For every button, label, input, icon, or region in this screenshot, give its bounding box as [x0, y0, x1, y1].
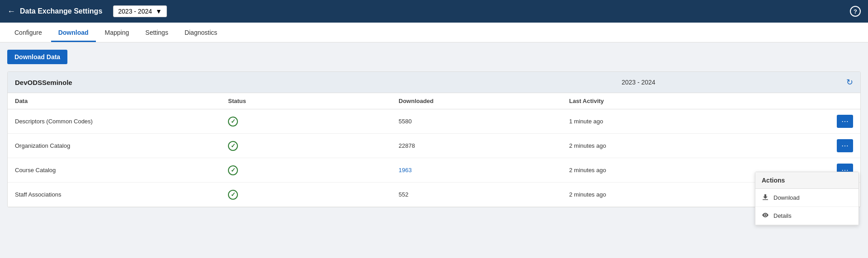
check-circle-icon: ✓: [228, 165, 238, 175]
check-circle-icon: ✓: [228, 141, 238, 151]
actions-dropdown: Actions Download Details: [755, 172, 859, 225]
row-actions-button[interactable]: ⋯: [837, 115, 853, 128]
content-area: Download Data DevODSSeminole 2023 - 2024…: [0, 42, 868, 258]
row-actions-button[interactable]: ⋯: [837, 139, 853, 152]
table-row: Course Catalog✓19632 minutes ago⋯: [8, 158, 860, 183]
col-header-activity: Last Activity: [562, 93, 775, 109]
chevron-down-icon: ▼: [156, 8, 162, 15]
nav-tabs: Configure Download Mapping Settings Diag…: [0, 23, 868, 42]
table-row: Descriptors (Common Codes)✓55801 minute …: [8, 109, 860, 134]
table-row: Organization Catalog✓228782 minutes ago⋯: [8, 134, 860, 158]
cell-activity: 2 minutes ago: [562, 134, 775, 158]
cell-downloaded: 1963: [391, 158, 562, 183]
refresh-button[interactable]: ↻: [846, 77, 853, 87]
check-circle-icon: ✓: [228, 117, 238, 127]
data-panel: DevODSSeminole 2023 - 2024 ↻ Data Status…: [7, 71, 861, 207]
tab-settings[interactable]: Settings: [138, 24, 175, 42]
tab-configure[interactable]: Configure: [7, 24, 49, 42]
cell-status: ✓: [221, 183, 391, 207]
panel-title: DevODSSeminole: [15, 79, 431, 86]
year-selector[interactable]: 2023 - 2024 ▼: [113, 5, 167, 17]
data-table: Data Status Downloaded Last Activity Des…: [8, 93, 860, 207]
eye-icon: [762, 211, 769, 220]
cell-downloaded: 5580: [391, 109, 562, 134]
cell-status: ✓: [221, 134, 391, 158]
download-data-button[interactable]: Download Data: [7, 50, 67, 64]
cell-data-name: Organization Catalog: [8, 134, 221, 158]
cell-data-name: Descriptors (Common Codes): [8, 109, 221, 134]
cell-activity: 2 minutes ago: [562, 158, 775, 183]
cell-status: ✓: [221, 109, 391, 134]
cell-activity: 1 minute ago: [562, 109, 775, 134]
actions-download-label: Download: [773, 194, 800, 201]
svg-rect-0: [763, 199, 768, 200]
table-row: Staff Associations✓5522 minutes ago⋯: [8, 183, 860, 207]
actions-download-item[interactable]: Download: [755, 189, 859, 207]
cell-downloaded: 552: [391, 183, 562, 207]
tab-diagnostics[interactable]: Diagnostics: [177, 24, 224, 42]
tab-download[interactable]: Download: [51, 24, 96, 42]
actions-details-label: Details: [773, 212, 792, 219]
col-header-downloaded: Downloaded: [391, 93, 562, 109]
page-title: Data Exchange Settings: [20, 7, 102, 15]
back-button[interactable]: ←: [7, 7, 15, 16]
download-icon: [762, 193, 769, 202]
cell-action: ⋯: [775, 109, 861, 134]
top-header: ← Data Exchange Settings 2023 - 2024 ▼ ?: [0, 0, 868, 23]
cell-status: ✓: [221, 158, 391, 183]
help-icon[interactable]: ?: [850, 6, 861, 17]
actions-dropdown-title: Actions: [755, 172, 859, 189]
actions-details-item[interactable]: Details: [755, 207, 859, 225]
col-header-action: [775, 93, 861, 109]
cell-action: ⋯: [775, 134, 861, 158]
cell-data-name: Course Catalog: [8, 158, 221, 183]
cell-data-name: Staff Associations: [8, 183, 221, 207]
year-label: 2023 - 2024: [118, 8, 152, 15]
panel-header: DevODSSeminole 2023 - 2024 ↻: [8, 72, 860, 93]
col-header-data: Data: [8, 93, 221, 109]
panel-year: 2023 - 2024: [431, 79, 846, 86]
check-circle-icon: ✓: [228, 190, 238, 200]
tab-mapping[interactable]: Mapping: [98, 24, 137, 42]
col-header-status: Status: [221, 93, 391, 109]
cell-activity: 2 minutes ago: [562, 183, 775, 207]
table-header-row: Data Status Downloaded Last Activity: [8, 93, 860, 109]
cell-downloaded: 22878: [391, 134, 562, 158]
